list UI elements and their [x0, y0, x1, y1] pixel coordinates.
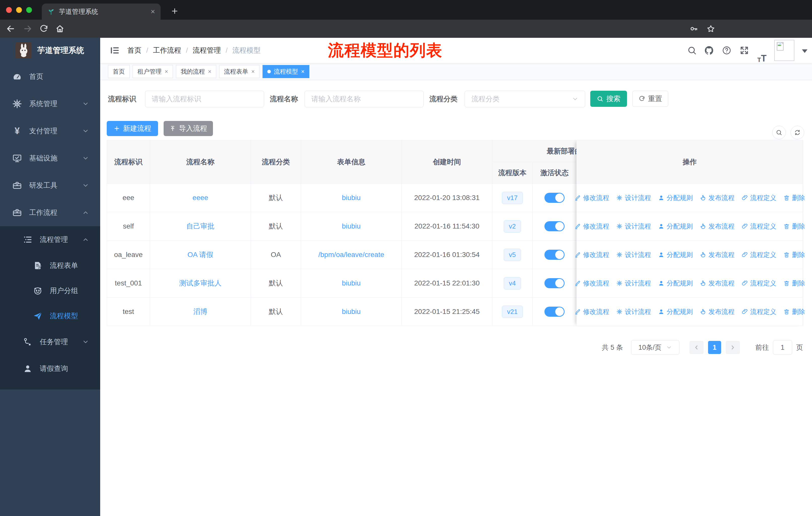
breadcrumb-item[interactable]: 首页: [127, 46, 141, 55]
breadcrumb-item[interactable]: 流程管理: [193, 46, 221, 55]
version-badge[interactable]: v5: [504, 249, 521, 261]
tag-my-process[interactable]: 我的流程×: [176, 65, 216, 78]
key-icon[interactable]: [687, 20, 701, 38]
sidebar-item-process-management[interactable]: 流程管理: [0, 226, 100, 253]
github-icon[interactable]: [702, 38, 716, 63]
delete-link[interactable]: 删除: [783, 307, 805, 316]
version-badge[interactable]: v21: [502, 306, 523, 318]
assign-rule-link[interactable]: 分配规则: [658, 307, 693, 316]
process-name-input[interactable]: 请输入流程名称: [304, 91, 424, 107]
assign-rule-link[interactable]: 分配规则: [658, 279, 693, 288]
minimize-window-button[interactable]: [16, 7, 22, 13]
import-process-button[interactable]: 导入流程: [164, 121, 213, 136]
form-link[interactable]: biubiu: [342, 222, 361, 230]
close-window-button[interactable]: [6, 7, 12, 13]
category-select[interactable]: 流程分类: [465, 91, 585, 107]
form-link[interactable]: /bpm/oa/leave/create: [318, 251, 384, 259]
process-name-link[interactable]: eeee: [193, 194, 208, 201]
search-button[interactable]: 搜索: [590, 91, 627, 107]
version-badge[interactable]: v17: [502, 192, 523, 204]
process-name-link[interactable]: OA 请假: [187, 251, 213, 259]
deploy-process-link[interactable]: 发布流程: [700, 222, 735, 231]
goto-page-input[interactable]: 1: [773, 340, 792, 355]
tag-process-model[interactable]: 流程模型×: [263, 65, 309, 78]
deploy-process-link[interactable]: 发布流程: [700, 307, 735, 316]
form-link[interactable]: biubiu: [342, 279, 361, 287]
process-definition-link[interactable]: 流程定义: [742, 222, 777, 231]
delete-link[interactable]: 删除: [783, 193, 805, 202]
table-search-toggle-button[interactable]: [772, 126, 786, 139]
hamburger-icon[interactable]: [109, 44, 121, 56]
sidebar-item-payment[interactable]: ¥ 支付管理: [0, 117, 100, 145]
new-tab-button[interactable]: [168, 4, 182, 18]
design-process-link[interactable]: 设计流程: [616, 307, 651, 316]
process-definition-link[interactable]: 流程定义: [742, 307, 777, 316]
active-toggle[interactable]: [545, 250, 564, 260]
process-name-link[interactable]: 测试多审批人: [179, 279, 222, 287]
process-definition-link[interactable]: 流程定义: [742, 193, 777, 202]
assign-rule-link[interactable]: 分配规则: [658, 250, 693, 259]
sidebar-item-workflow[interactable]: 工作流程: [0, 199, 100, 226]
prev-page-button[interactable]: [689, 341, 703, 354]
page-1-button[interactable]: 1: [708, 341, 721, 354]
modify-process-link[interactable]: 修改流程: [574, 193, 609, 202]
form-link[interactable]: biubiu: [342, 308, 361, 316]
search-icon[interactable]: [685, 38, 699, 63]
fullscreen-icon[interactable]: [737, 38, 751, 63]
sidebar-item-task-management[interactable]: 任务管理: [0, 329, 100, 355]
assign-rule-link[interactable]: 分配规则: [658, 193, 693, 202]
deploy-process-link[interactable]: 发布流程: [700, 279, 735, 288]
active-toggle[interactable]: [545, 278, 564, 288]
close-icon[interactable]: ×: [251, 69, 255, 75]
sidebar-item-process-model[interactable]: 流程模型: [0, 303, 100, 329]
sidebar-item-system[interactable]: 系统管理: [0, 90, 100, 117]
process-key-input[interactable]: 请输入流程标识: [145, 91, 264, 107]
tag-tenant[interactable]: 租户管理×: [133, 65, 173, 78]
caret-down-icon[interactable]: [802, 49, 808, 53]
design-process-link[interactable]: 设计流程: [616, 193, 651, 202]
browser-tab[interactable]: 芋道管理系统 ×: [42, 3, 161, 20]
close-icon[interactable]: ×: [301, 69, 304, 75]
version-badge[interactable]: v2: [504, 220, 521, 233]
sidebar-item-infrastructure[interactable]: 基础设施: [0, 145, 100, 172]
page-size-select[interactable]: 10条/页: [631, 340, 679, 355]
active-toggle[interactable]: [545, 193, 564, 203]
sidebar-item-home[interactable]: 首页: [0, 63, 100, 90]
back-icon[interactable]: [3, 20, 18, 38]
active-toggle[interactable]: [545, 307, 564, 317]
breadcrumb-item[interactable]: 工作流程: [153, 46, 181, 55]
delete-link[interactable]: 删除: [783, 279, 805, 288]
process-name-link[interactable]: 自己审批: [186, 222, 214, 230]
modify-process-link[interactable]: 修改流程: [574, 250, 609, 259]
form-link[interactable]: biubiu: [342, 194, 361, 201]
delete-link[interactable]: 删除: [783, 250, 805, 259]
deploy-process-link[interactable]: 发布流程: [700, 250, 735, 259]
help-icon[interactable]: [720, 38, 734, 63]
sidebar-item-process-form[interactable]: 流程表单: [0, 253, 100, 278]
next-page-button[interactable]: [726, 341, 740, 354]
forward-icon[interactable]: [21, 20, 35, 38]
tag-process-form[interactable]: 流程表单×: [219, 65, 260, 78]
modify-process-link[interactable]: 修改流程: [574, 307, 609, 316]
sidebar-item-leave-query[interactable]: 请假查询: [0, 355, 100, 382]
tag-home[interactable]: 首页: [108, 65, 129, 78]
font-size-icon[interactable]: TT: [755, 38, 769, 63]
maximize-window-button[interactable]: [26, 7, 32, 13]
deploy-process-link[interactable]: 发布流程: [700, 193, 735, 202]
create-process-button[interactable]: 新建流程: [107, 121, 158, 136]
reset-button[interactable]: 重置: [632, 91, 668, 107]
close-icon[interactable]: ×: [208, 69, 211, 75]
version-badge[interactable]: v4: [504, 277, 521, 290]
modify-process-link[interactable]: 修改流程: [574, 279, 609, 288]
assign-rule-link[interactable]: 分配规则: [658, 222, 693, 231]
process-definition-link[interactable]: 流程定义: [742, 279, 777, 288]
design-process-link[interactable]: 设计流程: [616, 250, 651, 259]
sidebar-item-devtools[interactable]: 研发工具: [0, 172, 100, 199]
tab-close-icon[interactable]: ×: [150, 8, 155, 16]
modify-process-link[interactable]: 修改流程: [574, 222, 609, 231]
home-icon[interactable]: [53, 20, 67, 38]
active-toggle[interactable]: [545, 221, 564, 231]
design-process-link[interactable]: 设计流程: [616, 279, 651, 288]
avatar[interactable]: [774, 40, 794, 61]
sidebar-item-user-group[interactable]: 用户分组: [0, 278, 100, 303]
